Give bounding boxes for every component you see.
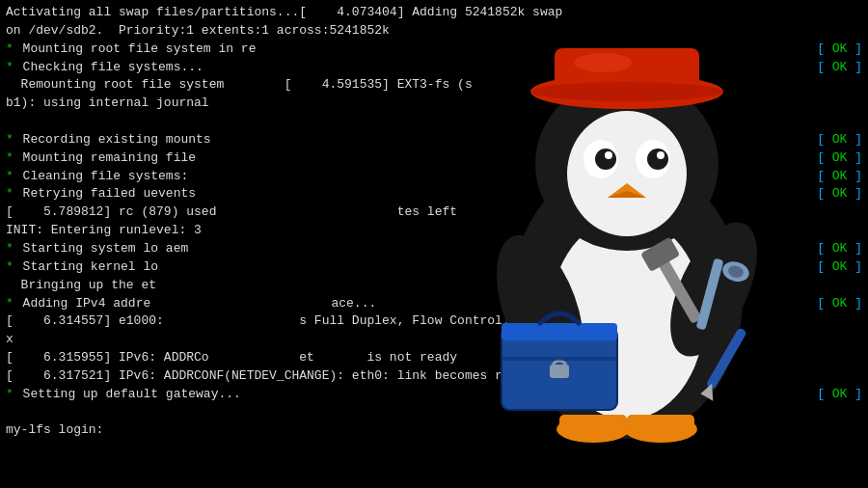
terminal-line: * Mounting remaining file [ OK ] bbox=[6, 149, 862, 168]
ok-status: [ OK ] bbox=[817, 258, 862, 277]
terminal-line: * Cleaning file systems:[ OK ] bbox=[6, 168, 862, 186]
ok-status: [ OK ] bbox=[817, 131, 862, 149]
terminal-line bbox=[6, 404, 862, 422]
terminal-line: [ 6.315955] IPv6: ADDRCo et is not ready bbox=[6, 349, 862, 367]
ok-status: [ OK ] bbox=[817, 240, 862, 258]
terminal-line: [ 6.317521] IPv6: ADDRCONF(NETDEV_CHANGE… bbox=[6, 367, 862, 386]
terminal-line: * Setting up default gateway...[ OK ] bbox=[6, 386, 862, 404]
terminal-line: * Mounting root file system in re[ OK ] bbox=[6, 41, 862, 59]
terminal-line: x bbox=[6, 331, 862, 349]
ok-status: [ OK ] bbox=[817, 386, 862, 404]
ok-status: [ OK ] bbox=[817, 295, 862, 313]
terminal-line: * Checking file systems...[ OK ] bbox=[6, 59, 862, 77]
ok-status: [ OK ] bbox=[817, 59, 862, 77]
terminal-line: INIT: Entering runlevel: 3 bbox=[6, 222, 862, 240]
terminal-line: [ 6.314557] e1000: s Full Duplex, Flow C… bbox=[6, 312, 862, 331]
ok-status: [ OK ] bbox=[817, 185, 862, 203]
terminal-line: Bringing up the et bbox=[6, 277, 862, 295]
terminal-line: my-lfs login: bbox=[6, 421, 862, 440]
terminal-line: Remounting root file system [ 4.591535] … bbox=[6, 76, 862, 95]
terminal-line: * Starting system lo aem[ OK ] bbox=[6, 240, 862, 258]
terminal-line: [ 5.789812] rc (879) used tes left bbox=[6, 203, 862, 222]
terminal-line: * Retrying failed uevents[ OK ] bbox=[6, 185, 862, 203]
terminal-line: * Recording existing mounts[ OK ] bbox=[6, 131, 862, 149]
terminal-line: * Starting kernel lo[ OK ] bbox=[6, 258, 862, 277]
terminal: Activating all swap files/partitions...[… bbox=[0, 0, 868, 488]
ok-status: [ OK ] bbox=[817, 149, 862, 168]
terminal-line: * Adding IPv4 addre ace...[ OK ] bbox=[6, 295, 862, 313]
terminal-line: Activating all swap files/partitions...[… bbox=[6, 4, 862, 22]
terminal-line: on /dev/sdb2. Priority:1 extents:1 acros… bbox=[6, 22, 862, 41]
terminal-line: b1): using internal journal bbox=[6, 95, 862, 113]
ok-status: [ OK ] bbox=[817, 41, 862, 59]
ok-status: [ OK ] bbox=[817, 168, 862, 186]
terminal-line bbox=[6, 113, 862, 131]
